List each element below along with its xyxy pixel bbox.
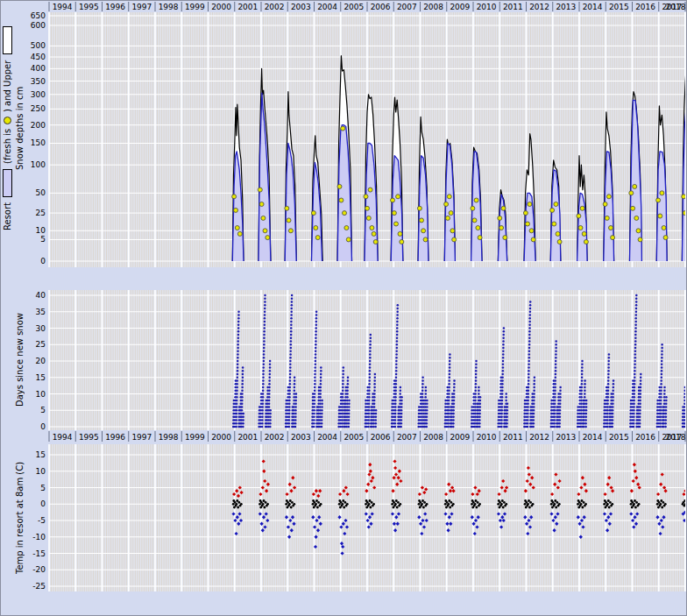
x-tick-label: 2007 [397, 3, 417, 11]
x-tick-label: 2011 [503, 433, 523, 442]
snow-y-tick-label: 400 [31, 64, 46, 73]
fresh-snow-dot-icon [4, 117, 11, 124]
x-tick-label: 2010 [477, 3, 497, 11]
days-y-tick-label: 35 [36, 308, 46, 316]
days-y-tick-label: 20 [36, 357, 46, 365]
days-y-tick-label: 40 [36, 291, 46, 300]
temp-y-tick-label: -25 [32, 582, 46, 591]
temp-y-tick-label: 15 [36, 450, 46, 459]
snow-history-screen: 6506005004504003503002502001501005025105… [0, 0, 687, 616]
x-tick-label: 2012 [529, 433, 549, 442]
snow-y-tick-label: 200 [31, 121, 46, 130]
days-y-tick-label: 10 [36, 390, 46, 399]
x-tick-label: 1995 [79, 433, 99, 442]
fresh-label-open: (fresh is [4, 129, 12, 164]
x-tick-label: 2003 [291, 3, 311, 11]
x-tick-label: 1997 [131, 3, 152, 11]
x-tick-label: 2000 [211, 433, 231, 442]
x-tick-label: 2002 [265, 3, 285, 11]
x-tick-label: 1994 [53, 433, 73, 442]
snow-y-tick-label: 500 [31, 41, 46, 50]
days-axis-title: Days since new snow [13, 290, 26, 430]
x-tick-label: 2005 [344, 433, 364, 442]
x-tick-label: 2015 [609, 3, 629, 11]
snow-y-tick-label: 50 [36, 188, 46, 197]
x-tick-label: 2011 [503, 3, 523, 11]
x-tick-label: 2006 [371, 433, 391, 442]
x-tick-label: 2018 [666, 3, 686, 11]
x-tick-label: 2002 [265, 433, 285, 442]
x-tick-label: 1999 [185, 3, 205, 11]
temp-y-tick-label: -20 [32, 565, 46, 574]
x-tick-label: 2014 [583, 433, 603, 442]
x-tick-label: 2015 [609, 433, 629, 442]
x-tick-label: 2016 [635, 433, 655, 442]
x-tick-label: 2001 [237, 3, 258, 11]
x-tick-label: 2018 [666, 433, 686, 442]
resort-depth-swatch [3, 169, 12, 197]
x-tick-label: 2004 [317, 3, 337, 11]
snow-y-tick-label: 10 [36, 226, 46, 235]
x-tick-label: 1996 [105, 433, 125, 442]
x-tick-label: 2007 [397, 433, 417, 442]
x-tick-label: 1999 [185, 433, 205, 442]
temp-y-tick-label: -5 [38, 516, 46, 525]
x-tick-label: 2001 [237, 433, 258, 442]
x-tick-label: 2010 [477, 433, 497, 442]
x-tick-label: 2013 [556, 433, 576, 442]
snow-y-tick-label: 350 [31, 77, 46, 86]
snow-y-tick-label: 25 [36, 209, 46, 217]
x-tick-label: 2005 [344, 3, 364, 11]
x-axis-year-row: 1994199519961997199819992000200120022003… [49, 2, 686, 11]
snow-y-tick-label: 250 [31, 104, 46, 113]
x-tick-label: 1994 [53, 3, 73, 11]
temp-y-tick-label: 0 [40, 499, 46, 508]
temp-y-tick-label: 5 [40, 484, 46, 492]
snow-axis-legend: Resort (fresh is ) and Upper [1, 1, 14, 256]
x-tick-label: 2016 [635, 3, 655, 11]
days-y-tick-label: 0 [40, 422, 46, 431]
upper-label: ) and Upper [4, 60, 12, 111]
snow-y-tick-label: 5 [40, 235, 46, 244]
x-tick-label: 2012 [529, 3, 549, 11]
temp-axis-title: Temp in resort at 8am (C) [13, 444, 26, 591]
days-y-tick-label: 30 [36, 324, 46, 333]
upper-depth-swatch [3, 26, 12, 54]
temp-y-tick-label: -15 [32, 549, 46, 558]
x-tick-label: 2006 [371, 3, 391, 11]
x-tick-label: 2008 [423, 433, 443, 442]
x-tick-label: 2013 [556, 3, 576, 11]
resort-label: Resort [4, 202, 12, 230]
snow-axis-title: Snow depths in cm [14, 1, 26, 256]
x-axis-year-row: 1994199519961997199819992000200120022003… [49, 431, 686, 442]
temperature-panel [49, 444, 685, 591]
snow-y-tick-label: 450 [31, 53, 46, 61]
snow-y-tick-label: 300 [31, 90, 46, 99]
snow-y-tick-label: 600 [31, 21, 46, 30]
days-y-tick-label: 5 [40, 406, 46, 414]
x-tick-label: 2009 [450, 3, 470, 11]
x-tick-label: 1998 [159, 433, 179, 442]
snow-y-tick-label: 100 [31, 160, 46, 169]
x-tick-label: 2009 [450, 433, 470, 442]
x-tick-label: 2004 [317, 433, 337, 442]
snow-y-tick-label: 650 [31, 11, 46, 20]
x-tick-label: 2008 [423, 3, 443, 11]
days-since-snow-panel [49, 290, 685, 430]
chart-canvas: 6506005004504003503002502001501005025105… [1, 1, 687, 616]
x-tick-label: 2014 [583, 3, 603, 11]
x-tick-label: 1997 [131, 433, 152, 442]
snow-y-tick-label: 150 [31, 138, 46, 147]
x-tick-label: 1995 [79, 3, 99, 11]
temp-y-tick-label: 10 [36, 467, 46, 476]
temp-y-tick-label: -10 [32, 533, 46, 542]
x-tick-label: 1998 [159, 3, 179, 11]
x-tick-label: 2000 [211, 3, 231, 11]
days-y-tick-label: 15 [36, 373, 46, 382]
snow-y-tick-label: 0 [40, 257, 46, 266]
x-tick-label: 1996 [105, 3, 125, 11]
days-y-tick-label: 25 [36, 340, 46, 349]
x-tick-label: 2003 [291, 433, 311, 442]
